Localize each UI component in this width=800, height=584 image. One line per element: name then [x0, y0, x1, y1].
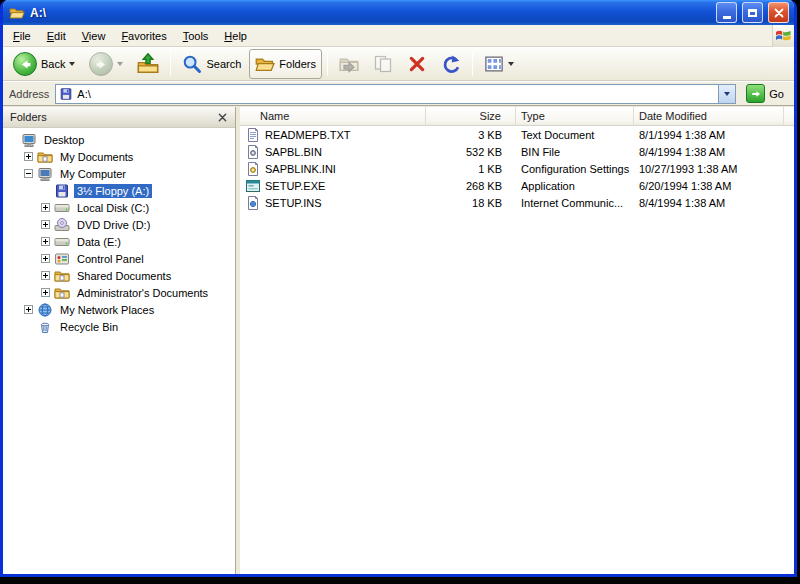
tree-expander-plus[interactable] — [41, 254, 50, 263]
tree-item-data-e[interactable]: Data (E:) — [3, 233, 235, 250]
tree-item-my-computer[interactable]: My Computer — [3, 165, 235, 182]
column-header-size[interactable]: Size — [426, 107, 516, 126]
copy-to-button[interactable] — [367, 49, 399, 79]
internet-settings-file-icon — [245, 195, 261, 211]
tree-item-administrators-documents[interactable]: Administrator's Documents — [3, 284, 235, 301]
maximize-button[interactable] — [742, 2, 763, 23]
file-type: Configuration Settings — [516, 163, 634, 175]
tree-item-desktop[interactable]: Desktop — [3, 131, 235, 148]
file-row-readmepb[interactable]: READMEPB.TXT 3 KB Text Document 8/1/1994… — [240, 126, 794, 143]
tree-item-label: My Documents — [57, 150, 136, 164]
tree-expander-plus[interactable] — [41, 271, 50, 280]
column-header-name[interactable]: Name — [240, 107, 426, 126]
tree-item-label: DVD Drive (D:) — [74, 218, 153, 232]
tree-item-label: Data (E:) — [74, 235, 124, 249]
file-size: 532 KB — [426, 146, 516, 158]
back-button[interactable]: Back — [7, 49, 81, 79]
toolbar-separator — [327, 52, 328, 76]
hard-disk-icon — [54, 234, 70, 250]
file-size: 1 KB — [426, 163, 516, 175]
file-row-setup-ins[interactable]: SETUP.INS 18 KB Internet Communic... 8/4… — [240, 194, 794, 211]
views-button[interactable] — [478, 49, 520, 79]
tree-item-local-disk-c[interactable]: Local Disk (C:) — [3, 199, 235, 216]
file-row-sapblink-ini[interactable]: SAPBLINK.INI 1 KB Configuration Settings… — [240, 160, 794, 177]
menu-help[interactable]: Help — [216, 27, 255, 45]
go-icon — [746, 84, 765, 103]
application-icon — [245, 178, 261, 194]
file-list-pane: Name Size Type Date Modified READMEPB.TX… — [240, 107, 794, 574]
tree-item-label: Desktop — [41, 133, 87, 147]
tree-expander-plus[interactable] — [41, 237, 50, 246]
window-title: A:\ — [30, 6, 711, 20]
recycle-bin-icon — [37, 319, 53, 335]
tree-expander-minus[interactable] — [24, 169, 33, 178]
tree-item-my-network-places[interactable]: My Network Places — [3, 301, 235, 318]
menu-view[interactable]: View — [74, 27, 114, 45]
tree-item-dvd-drive-d[interactable]: DVD Drive (D:) — [3, 216, 235, 233]
up-button[interactable] — [131, 49, 165, 79]
title-bar[interactable]: A:\ — [3, 0, 794, 25]
forward-icon — [89, 52, 113, 76]
standard-buttons-toolbar: Back Search Folders — [3, 47, 794, 81]
move-to-button[interactable] — [333, 49, 365, 79]
forward-dropdown-caret — [117, 62, 123, 66]
menu-tools[interactable]: Tools — [175, 27, 217, 45]
tree-expander-plus[interactable] — [41, 203, 50, 212]
column-header-date-modified[interactable]: Date Modified — [634, 107, 784, 126]
tree-expander-plus[interactable] — [24, 152, 33, 161]
maximize-icon — [748, 9, 757, 17]
minimize-icon — [723, 16, 731, 19]
bin-file-icon — [245, 144, 261, 160]
tree-expander-plus[interactable] — [41, 220, 50, 229]
address-combo[interactable]: A:\ — [55, 84, 736, 104]
tree-item-control-panel[interactable]: Control Panel — [3, 250, 235, 267]
tree-item-my-documents[interactable]: My Documents — [3, 148, 235, 165]
column-header-type[interactable]: Type — [516, 107, 634, 126]
tree-item-label: 3½ Floppy (A:) — [74, 184, 152, 198]
address-dropdown-button[interactable] — [718, 85, 735, 103]
menu-file[interactable]: File — [5, 27, 39, 45]
tree-item-label: Administrator's Documents — [74, 286, 211, 300]
file-type: Application — [516, 180, 634, 192]
folders-icon — [255, 54, 275, 74]
minimize-button[interactable] — [716, 2, 737, 23]
up-icon — [137, 53, 159, 75]
tree-expander-plus[interactable] — [24, 305, 33, 314]
control-panel-icon — [54, 251, 70, 267]
file-size: 3 KB — [426, 129, 516, 141]
close-icon — [774, 8, 784, 18]
network-icon — [37, 302, 53, 318]
hard-disk-icon — [54, 200, 70, 216]
delete-icon — [407, 54, 427, 74]
tree-expander-plus[interactable] — [41, 288, 50, 297]
folders-pane-title: Folders — [10, 111, 47, 123]
tree-item-shared-documents[interactable]: Shared Documents — [3, 267, 235, 284]
folders-button[interactable]: Folders — [249, 49, 322, 79]
close-icon — [218, 113, 227, 122]
my-computer-icon — [37, 166, 53, 182]
delete-button[interactable] — [401, 49, 433, 79]
file-date-modified: 8/4/1994 1:38 AM — [634, 197, 784, 209]
close-button[interactable] — [768, 2, 789, 23]
views-dropdown-caret — [508, 62, 514, 66]
explorer-window: A:\ File Edit View Favorites Tools Help — [0, 0, 797, 577]
forward-button[interactable] — [83, 49, 129, 79]
back-dropdown-caret — [69, 62, 75, 66]
search-button[interactable]: Search — [176, 49, 247, 79]
tree-item-label: Control Panel — [74, 252, 147, 266]
file-row-sapbl-bin[interactable]: SAPBL.BIN 532 KB BIN File 8/4/1994 1:38 … — [240, 143, 794, 160]
folders-pane-close-button[interactable] — [214, 110, 231, 125]
file-row-setup-exe[interactable]: SETUP.EXE 268 KB Application 6/20/1994 1… — [240, 177, 794, 194]
search-icon — [182, 54, 202, 74]
menu-favorites[interactable]: Favorites — [113, 27, 174, 45]
file-date-modified: 6/20/1994 1:38 AM — [634, 180, 784, 192]
address-value: A:\ — [77, 88, 714, 100]
tree-item-recycle-bin[interactable]: Recycle Bin — [3, 318, 235, 335]
tree-item-floppy-a[interactable]: 3½ Floppy (A:) — [3, 182, 235, 199]
toolbar-separator — [472, 52, 473, 76]
go-button[interactable]: Go — [742, 83, 788, 104]
undo-button[interactable] — [435, 49, 467, 79]
address-bar: Address A:\ Go — [3, 81, 794, 106]
menu-edit[interactable]: Edit — [39, 27, 74, 45]
file-type: Text Document — [516, 129, 634, 141]
